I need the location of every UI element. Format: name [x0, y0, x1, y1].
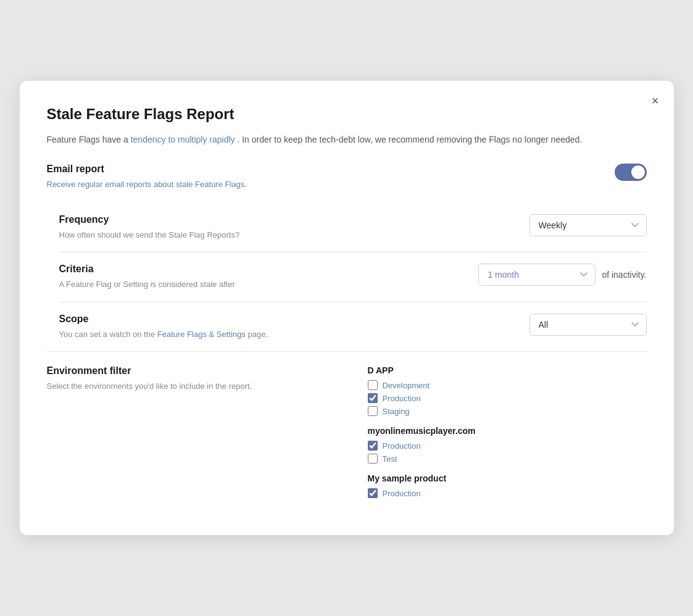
- env-label-dapp-production: Production: [383, 394, 421, 403]
- inactivity-label: of inactivity.: [602, 270, 646, 280]
- frequency-label: Frequency: [59, 214, 511, 225]
- criteria-right: 1 week 2 weeks 1 month 3 months 6 months…: [478, 264, 646, 286]
- environment-filter-section: Environment filter Select the environmen…: [47, 351, 647, 508]
- env-label-music-production: Production: [383, 441, 421, 451]
- env-item-dapp-production: Production: [368, 393, 647, 403]
- criteria-desc: A Feature Flag or Setting is considered …: [59, 278, 380, 291]
- criteria-left: Criteria A Feature Flag or Setting is co…: [59, 264, 479, 291]
- email-report-right: [511, 164, 647, 181]
- env-checkbox-dapp-staging[interactable]: [368, 406, 378, 416]
- criteria-label: Criteria: [59, 264, 479, 275]
- env-item-dapp-staging: Staging: [368, 406, 647, 416]
- email-report-toggle[interactable]: [615, 164, 647, 181]
- env-item-music-test: Test: [368, 454, 647, 464]
- frequency-dropdown[interactable]: Daily Weekly Monthly: [529, 214, 647, 236]
- env-checkbox-dapp-development[interactable]: [368, 380, 378, 390]
- intro-text: Feature Flags have a tendency to multipl…: [47, 133, 647, 146]
- env-group-dapp: D APP Development Production Staging: [368, 365, 647, 416]
- env-group-sample-title: My sample product: [368, 473, 647, 483]
- env-filter-label: Environment filter: [47, 365, 343, 377]
- scope-left: Scope You can set a watch on the Feature…: [59, 314, 511, 341]
- scope-row: Scope You can set a watch on the Feature…: [59, 302, 647, 352]
- env-label-dapp-staging: Staging: [383, 407, 410, 416]
- email-report-label: Email report: [47, 164, 511, 175]
- env-label-music-test: Test: [383, 454, 397, 464]
- email-report-desc: Receive regular email reports about stal…: [47, 178, 368, 191]
- intro-link[interactable]: tendency to multiply rapidly: [131, 135, 235, 144]
- frequency-left: Frequency How often should we send the S…: [59, 214, 511, 241]
- env-filter-desc: Select the environments you'd like to in…: [47, 380, 343, 393]
- env-label-dapp-development: Development: [383, 381, 430, 390]
- env-group-music: myonlinemusicplayer.com Production Test: [368, 426, 647, 464]
- env-item-music-production: Production: [368, 441, 647, 451]
- env-checkbox-dapp-production[interactable]: [368, 393, 378, 403]
- criteria-dropdown[interactable]: 1 week 2 weeks 1 month 3 months 6 months: [478, 264, 595, 286]
- scope-desc: You can set a watch on the Feature Flags…: [59, 328, 380, 341]
- frequency-desc: How often should we send the Stale Flag …: [59, 229, 380, 241]
- email-report-row: Email report Receive regular email repor…: [47, 164, 647, 203]
- close-button[interactable]: ×: [652, 94, 659, 107]
- env-group-music-title: myonlinemusicplayer.com: [368, 426, 647, 436]
- env-label-sample-production: Production: [383, 489, 421, 498]
- scope-dropdown[interactable]: All Watched only: [529, 314, 647, 336]
- env-group-sample: My sample product Production: [368, 473, 647, 498]
- criteria-row: Criteria A Feature Flag or Setting is co…: [59, 252, 647, 302]
- scope-label: Scope: [59, 314, 511, 325]
- frequency-row: Frequency How often should we send the S…: [59, 203, 647, 252]
- settings-indent: Frequency How often should we send the S…: [47, 203, 647, 352]
- env-filter-right: D APP Development Production Staging myo…: [368, 365, 647, 508]
- env-group-dapp-title: D APP: [368, 365, 647, 375]
- env-item-sample-production: Production: [368, 488, 647, 498]
- modal-title: Stale Feature Flags Report: [47, 106, 647, 123]
- env-item-dapp-development: Development: [368, 380, 647, 390]
- frequency-right: Daily Weekly Monthly: [511, 214, 647, 236]
- env-filter-left: Environment filter Select the environmen…: [47, 365, 343, 393]
- scope-right: All Watched only: [511, 314, 647, 336]
- scope-link[interactable]: Feature Flags & Settings: [157, 330, 246, 339]
- env-checkbox-music-production[interactable]: [368, 441, 378, 451]
- email-report-left: Email report Receive regular email repor…: [47, 164, 511, 191]
- env-checkbox-music-test[interactable]: [368, 454, 378, 464]
- env-checkbox-sample-production[interactable]: [368, 488, 378, 498]
- stale-flags-modal: × Stale Feature Flags Report Feature Fla…: [20, 81, 674, 535]
